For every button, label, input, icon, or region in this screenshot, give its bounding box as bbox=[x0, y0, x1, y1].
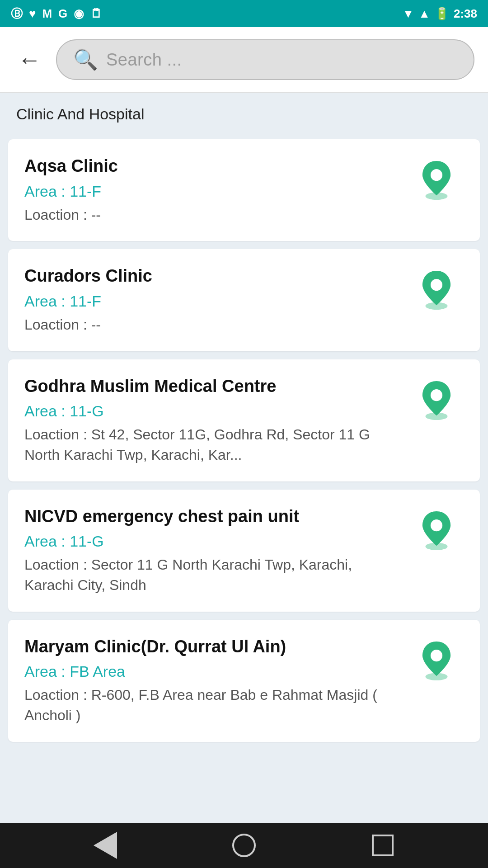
clinic-info-1: Curadors Clinic Area : 11-F Loaction : -… bbox=[24, 265, 409, 335]
svg-point-9 bbox=[431, 650, 442, 661]
svg-point-1 bbox=[431, 169, 442, 181]
back-arrow-icon: ← bbox=[18, 48, 41, 71]
bitdefender-icon: Ⓑ bbox=[11, 6, 23, 22]
category-header: Clinic And Hospital bbox=[0, 93, 488, 131]
nav-back-icon bbox=[94, 832, 117, 859]
svg-point-7 bbox=[431, 519, 442, 531]
clinic-list: Aqsa Clinic Area : 11-F Loaction : -- Cu… bbox=[0, 131, 488, 823]
clinic-location-3: Loaction : Sector 11 G North Karachi Twp… bbox=[24, 555, 400, 595]
clinic-location-1: Loaction : -- bbox=[24, 315, 400, 335]
battery-icon: 🔋 bbox=[435, 7, 449, 21]
clinic-name-1: Curadors Clinic bbox=[24, 265, 400, 287]
clinic-card-2[interactable]: Godhra Muslim Medical Centre Area : 11-G… bbox=[8, 359, 480, 481]
location-pin-icon-0 bbox=[416, 159, 457, 200]
nav-recent-icon bbox=[372, 835, 394, 856]
location-pin-wrap-2 bbox=[409, 376, 464, 420]
category-title: Clinic And Hospital bbox=[16, 105, 144, 123]
clinic-info-0: Aqsa Clinic Area : 11-F Loaction : -- bbox=[24, 156, 409, 225]
globe-icon: ◉ bbox=[74, 7, 84, 21]
location-pin-wrap-3 bbox=[409, 506, 464, 550]
top-bar: ← 🔍 Search ... bbox=[0, 27, 488, 93]
location-pin-icon-4 bbox=[416, 640, 457, 680]
nav-home-button[interactable] bbox=[228, 830, 260, 861]
search-bar[interactable]: 🔍 Search ... bbox=[56, 39, 474, 80]
nav-home-icon bbox=[232, 834, 256, 857]
clinic-location-2: Loaction : St 42, Sector 11G, Godhra Rd,… bbox=[24, 425, 400, 465]
clipboard-icon: 🗒 bbox=[90, 7, 102, 21]
clinic-card-4[interactable]: Maryam Clinic(Dr. Qurrat Ul Ain) Area : … bbox=[8, 620, 480, 742]
clinic-card-1[interactable]: Curadors Clinic Area : 11-F Loaction : -… bbox=[8, 249, 480, 351]
wifi-icon: ▼ bbox=[402, 7, 414, 21]
clinic-area-0: Area : 11-F bbox=[24, 183, 400, 200]
time-display: 2:38 bbox=[454, 7, 477, 21]
clinic-area-3: Area : 11-G bbox=[24, 533, 400, 550]
status-bar: Ⓑ ♥ M G ◉ 🗒 ▼ ▲ 🔋 2:38 bbox=[0, 0, 488, 27]
clinic-card-3[interactable]: NICVD emergency chest pain unit Area : 1… bbox=[8, 490, 480, 612]
clinic-area-1: Area : 11-F bbox=[24, 292, 400, 310]
clinic-area-4: Area : FB Area bbox=[24, 663, 400, 680]
signal-icon: ▲ bbox=[418, 7, 430, 21]
back-button[interactable]: ← bbox=[14, 44, 45, 75]
clinic-info-2: Godhra Muslim Medical Centre Area : 11-G… bbox=[24, 376, 409, 465]
location-pin-wrap-0 bbox=[409, 156, 464, 200]
clinic-name-0: Aqsa Clinic bbox=[24, 156, 400, 177]
location-pin-wrap-4 bbox=[409, 636, 464, 680]
clinic-location-4: Loaction : R-600, F.B Area near Bab e Ra… bbox=[24, 685, 400, 726]
clinic-name-3: NICVD emergency chest pain unit bbox=[24, 506, 400, 528]
location-pin-icon-1 bbox=[416, 269, 457, 310]
clinic-info-4: Maryam Clinic(Dr. Qurrat Ul Ain) Area : … bbox=[24, 636, 409, 726]
clinic-info-3: NICVD emergency chest pain unit Area : 1… bbox=[24, 506, 409, 595]
clinic-name-4: Maryam Clinic(Dr. Qurrat Ul Ain) bbox=[24, 636, 400, 658]
location-pin-icon-2 bbox=[416, 379, 457, 420]
heart-icon: ♥ bbox=[29, 7, 36, 21]
location-pin-icon-3 bbox=[416, 509, 457, 550]
clinic-area-2: Area : 11-G bbox=[24, 402, 400, 420]
status-icons-left: Ⓑ ♥ M G ◉ 🗒 bbox=[11, 6, 102, 22]
search-icon: 🔍 bbox=[73, 48, 98, 71]
clinic-location-0: Loaction : -- bbox=[24, 205, 400, 225]
nav-recent-button[interactable] bbox=[367, 830, 399, 861]
gmail-icon: M bbox=[42, 7, 52, 21]
nav-bar bbox=[0, 823, 488, 868]
google-icon: G bbox=[58, 7, 67, 21]
location-pin-wrap-1 bbox=[409, 265, 464, 310]
clinic-name-2: Godhra Muslim Medical Centre bbox=[24, 376, 400, 397]
svg-point-3 bbox=[431, 279, 442, 291]
search-placeholder: Search ... bbox=[106, 50, 182, 70]
svg-point-5 bbox=[431, 389, 442, 401]
nav-back-button[interactable] bbox=[89, 830, 121, 861]
clinic-card-0[interactable]: Aqsa Clinic Area : 11-F Loaction : -- bbox=[8, 139, 480, 241]
status-icons-right: ▼ ▲ 🔋 2:38 bbox=[402, 7, 477, 21]
